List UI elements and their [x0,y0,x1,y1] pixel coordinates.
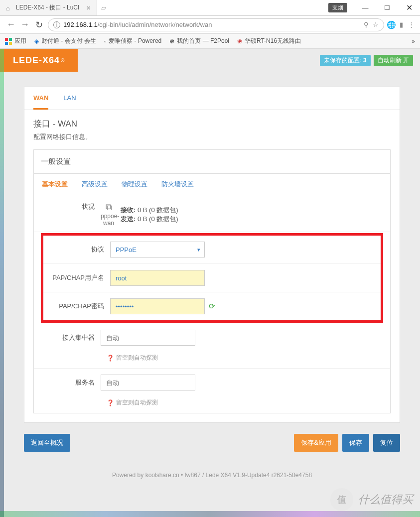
auto-refresh-toggle[interactable]: 自动刷新 开 [374,55,413,66]
url-path: /cgi-bin/luci/admin/network/network/wan [98,21,212,28]
tab-close-icon[interactable]: × [86,4,90,12]
field-service: 服务名 [34,369,390,396]
network-adapter-icon: ⧉ [101,202,117,213]
window-minimize-button[interactable]: — [354,0,376,16]
watermark-logo-icon: 值 [330,488,353,511]
tab-wan[interactable]: WAN [33,94,48,110]
protocol-label: 协议 [50,245,110,254]
apps-shortcut[interactable]: 应用 [5,37,26,45]
reveal-password-icon[interactable]: ⟳ [209,302,215,311]
tab-firewall-settings[interactable]: 防火墙设置 [160,174,195,195]
decorative-stripe [0,49,4,517]
section-title: 一般设置 [34,150,390,173]
highlighted-fields: 协议 PPPoE PAP/CHAP用户名 PAP/CH [41,233,383,323]
browser-toolbar: ← → ↻ i 192.168.1.1/cgi-bin/luci/admin/n… [0,16,420,34]
page-icon: ❃ [169,38,174,45]
tab-basic-settings[interactable]: 基本设置 [41,174,69,195]
ac-input[interactable] [101,330,195,346]
reset-button[interactable]: 复位 [373,434,400,452]
bookmarks-overflow-button[interactable]: » [412,38,415,45]
interface-icon: ⧉ pppoe-wan [101,202,117,227]
ac-hint: ❓留空则自动探测 [34,352,390,369]
site-info-icon[interactable]: i [53,21,60,28]
brand-logo[interactable]: LEDE-X64® [0,49,78,72]
window-maximize-button[interactable]: ☐ [376,0,398,16]
general-settings-section: 一般设置 基本设置 高级设置 物理设置 防火墙设置 状况 ⧉ pppoe-w [33,149,391,413]
traffic-stats: 接收: 0 B (0 数据包) 发送: 0 B (0 数据包) [121,206,178,224]
bookmark-item[interactable]: ❃我的首页 — F2Pool [169,37,229,45]
username-input[interactable] [110,270,205,286]
window-close-button[interactable]: ✕ [398,0,420,16]
username-label: PAP/CHAP用户名 [50,273,110,282]
protocol-select[interactable]: PPPoE [110,242,205,258]
page-title: 接口 - WAN [24,110,400,132]
field-protocol: 协议 PPPoE [43,236,381,264]
tab-lan[interactable]: LAN [63,94,76,110]
bookmark-star-icon[interactable]: ☆ [373,21,379,28]
watermark-text: 什么值得买 [358,492,413,507]
window-titlebar: ⌂ LEDE-X64 - 接口 - LuCI × ▱ 支烟 — ☐ ✕ [0,0,420,16]
save-apply-button[interactable]: 保存&应用 [294,434,338,452]
field-username: PAP/CHAP用户名 [43,264,381,292]
field-ac: 接入集中器 [34,324,390,352]
service-hint: ❓留空则自动探测 [34,396,390,413]
new-tab-button[interactable]: ▱ [97,0,110,15]
browser-tab[interactable]: ⌂ LEDE-X64 - 接口 - LuCI × [0,0,97,15]
address-bar[interactable]: i 192.168.1.1/cgi-bin/luci/admin/network… [48,18,384,31]
info-icon: ❓ [107,355,114,362]
decorative-stripe [0,511,420,517]
ac-label: 接入集中器 [41,333,101,342]
watermark: 值 什么值得买 [330,488,413,511]
url-host: 192.168.1.1 [63,21,98,28]
nav-reload-button[interactable]: ↻ [32,19,46,30]
nav-back-button[interactable]: ← [4,19,18,30]
back-button[interactable]: 返回至概况 [24,434,70,452]
page-viewport: LEDE-X64® 未保存的配置: 3 自动刷新 开 WAN LAN 接口 - … [0,49,420,517]
bookmark-item[interactable]: ▫爱唯侦察 - Powered [104,37,161,45]
tab-advanced-settings[interactable]: 高级设置 [81,174,109,195]
main-panel: WAN LAN 接口 - WAN 配置网络接口信息。 一般设置 基本设置 高级设… [24,87,400,423]
password-label: PAP/CHAP密码 [50,302,110,311]
action-bar: 返回至概况 保存&应用 保存 复位 [24,423,400,463]
nav-forward-button[interactable]: → [18,19,32,30]
save-button[interactable]: 保存 [342,434,369,452]
page-icon: ▫ [104,38,106,45]
page-header: LEDE-X64® 未保存的配置: 3 自动刷新 开 [0,49,420,72]
bookmarks-bar: 应用 ◈财付通 - 会支付 会生 ▫爱唯侦察 - Powered ❃我的首页 —… [0,34,420,49]
browser-menu-icon[interactable]: ⋮ [406,21,416,28]
interface-tabs: WAN LAN [24,87,400,110]
page-icon: ❀ [237,38,242,45]
bookmark-item[interactable]: ◈财付通 - 会支付 会生 [34,37,96,45]
page-subtitle: 配置网络接口信息。 [24,132,400,149]
info-icon: ❓ [107,399,114,406]
field-status: 状况 ⧉ pppoe-wan 接收: 0 B (0 数据包) 发送: 0 B (… [34,195,390,232]
extension-icon[interactable]: ▮ [396,21,406,28]
extension-icon[interactable]: 🌐 [386,20,396,29]
service-label: 服务名 [41,378,101,387]
user-badge[interactable]: 支烟 [328,3,347,12]
field-password: PAP/CHAP密码 ⟳ [43,292,381,320]
tab-favicon-icon: ⌂ [6,4,13,11]
settings-tabs: 基本设置 高级设置 物理设置 防火墙设置 [34,173,390,195]
status-label: 状况 [41,202,101,211]
tab-physical-settings[interactable]: 物理设置 [121,174,148,195]
apps-icon [5,38,12,45]
password-input[interactable] [110,298,205,314]
shield-icon: ◈ [34,38,39,45]
bookmark-item[interactable]: ❀华硕RT-N16无线路由 [237,37,301,45]
tab-title: LEDE-X64 - 接口 - LuCI [16,3,79,12]
service-input[interactable] [101,375,195,390]
unsaved-changes-badge[interactable]: 未保存的配置: 3 [320,55,370,66]
site-permissions-icon[interactable]: ⚲ [364,21,369,28]
